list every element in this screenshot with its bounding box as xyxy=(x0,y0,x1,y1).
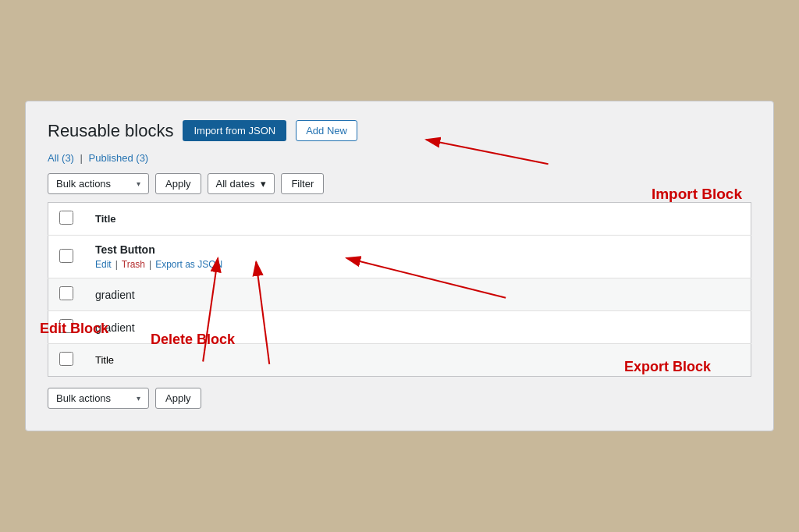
row2-checkbox-cell xyxy=(48,278,85,311)
all-dates-label: All dates xyxy=(216,178,255,190)
table-row: gradient xyxy=(48,311,751,344)
row1-checkbox-cell xyxy=(48,236,85,278)
bulk-actions-dropdown[interactable]: Bulk actions ▾ xyxy=(48,173,149,194)
sep2: | xyxy=(149,259,151,270)
table-row: Test Button Edit | Trash | Export as JSO… xyxy=(48,236,751,278)
row2-title: gradient xyxy=(95,289,740,301)
filter-links: All (3) | Published (3) xyxy=(48,152,751,164)
col-title: Title xyxy=(95,213,116,225)
apply-button-top[interactable]: Apply xyxy=(155,173,201,194)
row3-title-cell: gradient xyxy=(84,311,751,344)
filter-published-link[interactable]: Published (3) xyxy=(89,152,149,164)
page-title: Reusable blocks xyxy=(48,121,173,141)
row1-edit-link[interactable]: Edit xyxy=(95,259,112,270)
footer-title-cell: Title xyxy=(84,344,751,377)
page-header: Reusable blocks Import from JSON Add New xyxy=(48,120,751,141)
row3-checkbox-cell xyxy=(48,311,85,344)
all-dates-dropdown[interactable]: All dates ▾ xyxy=(208,173,275,194)
row1-actions: Edit | Trash | Export as JSON xyxy=(95,259,740,270)
import-from-json-button[interactable]: Import from JSON xyxy=(183,120,286,141)
row2-checkbox[interactable] xyxy=(59,286,73,300)
bulk-actions-label: Bulk actions xyxy=(56,178,111,190)
row3-title: gradient xyxy=(95,321,740,334)
footer-checkbox[interactable] xyxy=(59,352,73,366)
row1-trash-link[interactable]: Trash xyxy=(122,259,145,270)
table-header-row: Title xyxy=(48,203,751,236)
select-all-checkbox[interactable] xyxy=(59,211,73,225)
all-dates-chevron: ▾ xyxy=(261,178,266,190)
row2-title-cell: gradient xyxy=(84,278,751,311)
table-footer-row: Title xyxy=(48,344,751,377)
add-new-button[interactable]: Add New xyxy=(296,120,357,141)
header-title-cell: Title xyxy=(84,203,751,236)
apply-button-bottom[interactable]: Apply xyxy=(155,388,201,409)
filter-button[interactable]: Filter xyxy=(281,173,324,194)
bottom-toolbar: Bulk actions ▾ Apply xyxy=(48,388,751,409)
row1-title-cell: Test Button Edit | Trash | Export as JSO… xyxy=(84,236,751,278)
bulk-actions-bottom-label: Bulk actions xyxy=(56,392,111,404)
filter-all-link[interactable]: All (3) xyxy=(48,152,74,164)
top-toolbar: Bulk actions ▾ Apply All dates ▾ Filter xyxy=(48,173,751,194)
header-checkbox-cell xyxy=(48,203,85,236)
bulk-actions-chevron: ▾ xyxy=(137,179,140,188)
bulk-actions-bottom-chevron: ▾ xyxy=(137,394,140,403)
footer-title-label: Title xyxy=(95,354,114,366)
row3-checkbox[interactable] xyxy=(59,319,73,333)
footer-checkbox-cell xyxy=(48,344,85,377)
row1-title: Test Button xyxy=(95,243,740,256)
table-row: gradient xyxy=(48,278,751,311)
blocks-table: Title Test Button Edit | Trash xyxy=(48,202,751,377)
bulk-actions-dropdown-bottom[interactable]: Bulk actions ▾ xyxy=(48,388,149,409)
sep1: | xyxy=(115,259,118,270)
row1-checkbox[interactable] xyxy=(59,249,73,263)
row1-export-link[interactable]: Export as JSON xyxy=(155,259,222,270)
filter-sep: | xyxy=(80,152,83,164)
